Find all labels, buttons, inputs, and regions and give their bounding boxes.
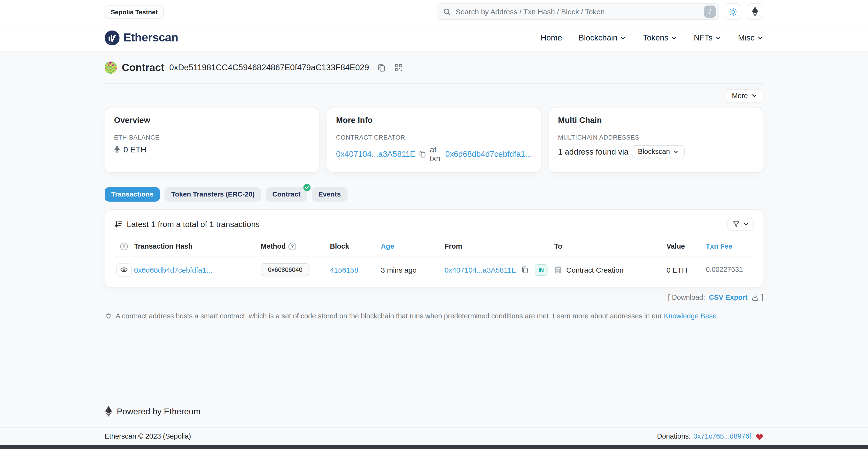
col-transaction-hash: Transaction Hash	[134, 242, 260, 250]
overview-title: Overview	[114, 116, 310, 124]
download-suffix: ]	[762, 294, 764, 301]
heart-icon	[755, 433, 764, 440]
nav-item-blockchain[interactable]: Blockchain	[579, 33, 626, 42]
help-icon[interactable]: ?	[120, 242, 128, 250]
tab-transactions[interactable]: Transactions	[104, 187, 160, 201]
search-bar[interactable]: /	[437, 4, 719, 20]
filter-button[interactable]	[727, 217, 754, 231]
copy-icon	[521, 266, 528, 274]
from-address-link[interactable]: 0x407104...a3A5811E	[444, 266, 516, 274]
nav-label: Home	[540, 33, 562, 42]
eth-glyph-icon	[114, 145, 120, 154]
col-to: To	[554, 242, 666, 250]
help-icon[interactable]: ?	[288, 242, 296, 250]
table-header-row: ? Transaction Hash Method ? Block Age Fr…	[114, 242, 754, 256]
txn-hash-link[interactable]: 0x6d68db4d7cebfdfa1...	[134, 266, 260, 274]
contract-creator-label: CONTRACT CREATOR	[336, 134, 532, 140]
search-input[interactable]	[456, 8, 700, 16]
copy-from-button[interactable]	[521, 266, 528, 274]
multichain-found-text: 1 address found via	[558, 147, 628, 156]
eth-balance-value: 0 ETH	[124, 145, 147, 154]
chevron-down-icon	[671, 35, 677, 41]
col-age[interactable]: Age	[381, 242, 445, 250]
age-cell: 3 mins ago	[381, 266, 445, 274]
donations: Donations: 0x71c765...d8976f	[657, 432, 764, 440]
nav-item-home[interactable]: Home	[540, 33, 562, 42]
tab-events[interactable]: Events	[312, 187, 347, 201]
multichain-title: Multi Chain	[558, 116, 754, 124]
chevron-down-icon	[673, 149, 679, 154]
col-value: Value	[666, 242, 706, 250]
verified-check-icon	[303, 184, 310, 191]
donations-label: Donations:	[657, 432, 691, 440]
chevron-down-icon	[751, 93, 757, 99]
tab-bar: Transactions Token Transfers (ERC-20) Co…	[104, 187, 764, 201]
more-info-card: More Info CONTRACT CREATOR 0x407104...a3…	[327, 107, 541, 173]
transactions-card: Latest 1 from a total of 1 transactions …	[104, 209, 764, 288]
copy-icon	[419, 150, 427, 158]
creation-txn-link[interactable]: 0x6d68db4d7cebfdfa1...	[445, 149, 532, 158]
transactions-toolbar: Latest 1 from a total of 1 transactions	[114, 217, 754, 231]
nav-label: Blockchain	[579, 33, 617, 42]
nav-label: Tokens	[643, 33, 669, 42]
nav-item-tokens[interactable]: Tokens	[643, 33, 677, 42]
txn-fee-cell: 0.00227631	[706, 266, 754, 274]
brand-name: Etherscan	[124, 31, 178, 44]
transactions-summary: Latest 1 from a total of 1 transactions	[127, 220, 259, 229]
tab-contract-label: Contract	[273, 190, 301, 198]
method-cell: 0x60806040	[261, 263, 330, 276]
etherscan-logo[interactable]: Etherscan	[104, 30, 178, 45]
col-block: Block	[330, 242, 381, 250]
network-badge[interactable]: Sepolia Testnet	[104, 5, 164, 19]
chevron-down-icon	[620, 35, 626, 41]
sun-icon	[728, 7, 738, 17]
note-period: .	[717, 312, 719, 320]
csv-export-link[interactable]: CSV Export	[709, 294, 748, 301]
chevron-down-icon	[715, 35, 721, 41]
more-button[interactable]: More	[726, 89, 764, 102]
nav-item-nfts[interactable]: NFTs	[694, 33, 721, 42]
download-row: [ Download: CSV Export ]	[104, 294, 764, 301]
contract-address: 0xDe511981CC4C5946824867E0f479aC133F84E0…	[169, 63, 369, 72]
header-divider	[104, 83, 764, 83]
theme-toggle-button[interactable]	[724, 4, 741, 20]
nav-label: NFTs	[694, 33, 713, 42]
nav-item-misc[interactable]: Misc	[738, 33, 764, 42]
col-txn-fee[interactable]: Txn Fee	[706, 242, 754, 250]
col-from: From	[444, 242, 535, 250]
footer: Powered by Ethereum Etherscan © 2023 (Se…	[0, 393, 868, 445]
direction-in-badge: IN	[535, 264, 548, 275]
qr-code-button[interactable]	[394, 63, 403, 72]
etherscan-page: Sepolia Testnet /	[0, 0, 868, 449]
method-badge[interactable]: 0x60806040	[261, 263, 310, 276]
copy-address-button[interactable]	[377, 63, 386, 72]
note-body: A contract address hosts a smart contrac…	[116, 312, 664, 320]
col-method: Method ?	[261, 242, 330, 250]
donations-address-link[interactable]: 0x71c765...d8976f	[693, 432, 751, 440]
creator-address-link[interactable]: 0x407104...a3A5811E	[336, 149, 415, 158]
bottom-dark-strip	[0, 445, 868, 449]
top-bar: Sepolia Testnet /	[0, 0, 868, 24]
powered-by-row: Powered by Ethereum	[104, 393, 764, 427]
funnel-icon	[733, 220, 740, 228]
contract-identicon	[104, 61, 117, 73]
note-text: A contract address hosts a smart contrac…	[116, 312, 719, 320]
network-switch-button[interactable]	[747, 4, 764, 20]
topbar-actions: /	[437, 4, 764, 20]
block-link[interactable]: 4156158	[330, 266, 381, 274]
page-title: Contract	[122, 61, 164, 73]
blockscan-selector[interactable]: Blockscan	[632, 145, 685, 158]
knowledge-base-link[interactable]: Knowledge Base	[664, 312, 717, 320]
multichain-addresses-label: MULTICHAIN ADDRESSES	[558, 134, 754, 140]
sort-icon	[114, 220, 123, 229]
copy-creator-button[interactable]	[419, 150, 427, 158]
tab-token-transfers[interactable]: Token Transfers (ERC-20)	[165, 187, 261, 201]
at-txn-label: at txn	[430, 145, 442, 162]
tab-contract[interactable]: Contract	[266, 187, 307, 201]
overview-card: Overview ETH BALANCE 0 ETH	[104, 107, 319, 173]
contract-creation-icon	[554, 266, 562, 274]
chevron-down-icon	[757, 35, 764, 41]
copyright-text: Etherscan © 2023 (Sepolia)	[104, 432, 191, 440]
txn-preview-button[interactable]	[116, 263, 132, 277]
info-cards: Overview ETH BALANCE 0 ETH More Info CON…	[104, 107, 764, 173]
